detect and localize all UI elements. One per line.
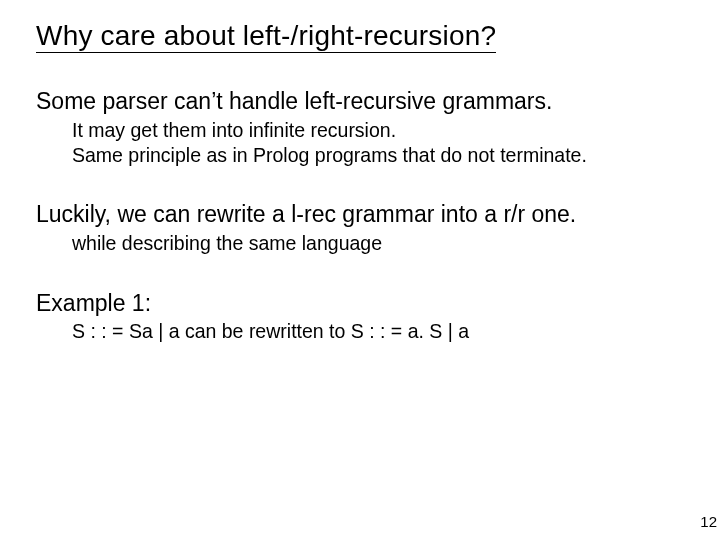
bullet-level2: It may get them into infinite recursion. <box>72 118 690 143</box>
bullet-level2: Same principle as in Prolog programs tha… <box>72 143 690 168</box>
bullet-level1: Example 1: <box>36 289 690 318</box>
bullet-level1: Luckily, we can rewrite a l-rec grammar … <box>36 200 690 229</box>
slide-body: Some parser can’t handle left-recursive … <box>36 87 720 345</box>
page-number: 12 <box>700 513 717 530</box>
bullet-level2: while describing the same language <box>72 231 690 256</box>
bullet-level1: Some parser can’t handle left-recursive … <box>36 87 690 116</box>
slide-title: Why care about left-/right-recursion? <box>36 20 496 53</box>
slide: Why care about left-/right-recursion? So… <box>0 0 720 540</box>
bullet-level2: S : : = Sa | a can be rewritten to S : :… <box>72 319 690 344</box>
